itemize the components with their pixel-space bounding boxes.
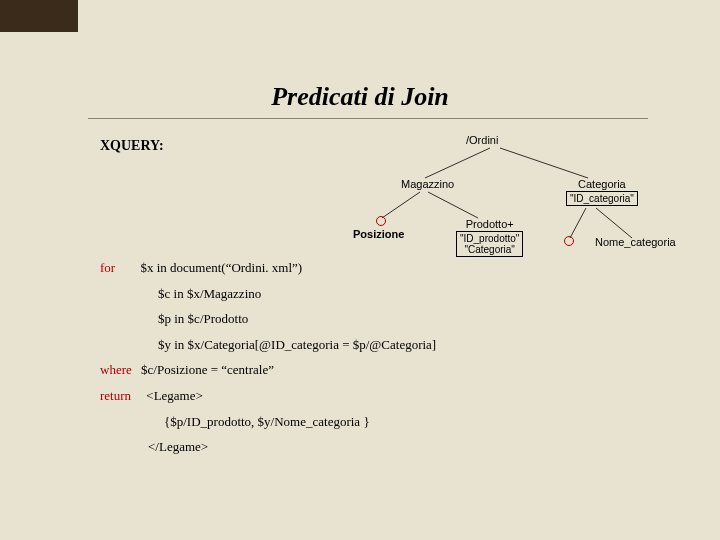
- query-where: where $c/Posizione = “centrale”: [100, 362, 436, 378]
- tree-prodotto-attr-box: "ID_prodotto" "Categoria": [456, 231, 523, 257]
- query-return-close: </Legame>: [100, 439, 436, 455]
- query-for-y: $y in $x/Categoria[@ID_categoria = $p/@C…: [100, 337, 436, 353]
- query-return-open: return <Legame>: [100, 388, 436, 404]
- slide: Predicati di Join XQUERY: /Ordini Magazz…: [0, 0, 720, 540]
- svg-line-0: [425, 148, 490, 178]
- tree-node-prodotto: Prodotto+ "ID_prodotto" "Categoria": [456, 218, 523, 257]
- svg-line-5: [596, 208, 632, 238]
- tree-root: /Ordini: [465, 134, 499, 146]
- xquery-block: for $x in document(“Ordini. xml”) $c in …: [100, 260, 436, 465]
- title-underline: [88, 118, 648, 119]
- tree-nome-categoria-label: Nome_categoria: [594, 236, 677, 248]
- tree-categoria-attr-box: "ID_categoria": [566, 191, 638, 206]
- xquery-label: XQUERY:: [100, 138, 164, 154]
- for-x-text: $x in document(“Ordini. xml”): [118, 260, 302, 276]
- tree-leaf-circle-categoria: [564, 236, 574, 246]
- tree-root-label: /Ordini: [465, 134, 499, 146]
- query-for-p: $p in $c/Prodotto: [100, 311, 436, 327]
- query-return-body: {$p/ID_prodotto, $y/Nome_categoria }: [100, 414, 436, 430]
- svg-line-3: [428, 192, 478, 218]
- tree-magazzino-label: Magazzino: [400, 178, 455, 190]
- tree-node-magazzino: Magazzino: [400, 178, 455, 190]
- tree-posizione-label: Posizione: [352, 228, 405, 240]
- kw-for: for: [100, 260, 115, 275]
- tree-node-posizione: Posizione: [352, 228, 405, 240]
- svg-line-4: [570, 208, 586, 238]
- slide-title: Predicati di Join: [0, 82, 720, 112]
- corner-decoration: [0, 0, 78, 32]
- tree-leaf-circle-posizione: [376, 216, 386, 226]
- return-open-tag: <Legame>: [134, 388, 203, 403]
- query-for-x: for $x in document(“Ordini. xml”): [100, 260, 436, 276]
- kw-return: return: [100, 388, 131, 403]
- query-for-c: $c in $x/Magazzino: [100, 286, 436, 302]
- kw-where: where: [100, 362, 132, 377]
- svg-line-2: [382, 192, 420, 218]
- svg-line-1: [500, 148, 588, 178]
- tree-categoria-label: Categoria: [577, 178, 627, 190]
- tree-node-categoria: Categoria "ID_categoria": [566, 178, 638, 206]
- tree-node-nome-categoria: Nome_categoria: [594, 236, 677, 248]
- tree-prodotto-label: Prodotto+: [465, 218, 515, 230]
- where-text: $c/Posizione = “centrale”: [135, 362, 274, 377]
